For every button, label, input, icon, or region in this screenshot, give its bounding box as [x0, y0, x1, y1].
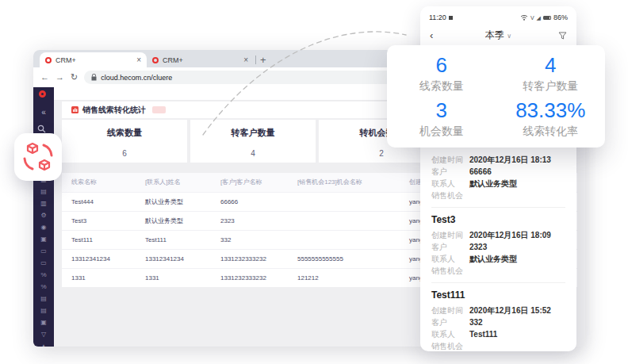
cell: 默认业务类型 [136, 211, 211, 230]
field-label: 销售机会 [431, 340, 469, 351]
sidebar-item-filter-icon[interactable]: ▽ [33, 331, 54, 339]
sidebar-item-document-icon[interactable]: ▥ [33, 200, 54, 208]
cell [288, 192, 400, 211]
field-label: 联系人 [431, 253, 469, 265]
page-title: 销售线索转化统计 [82, 105, 146, 116]
field-value: 默认业务类型 [469, 178, 517, 190]
field-label: 创建时间 [431, 229, 469, 241]
period-label: 本季 [485, 29, 504, 40]
field-label: 创建时间 [431, 305, 469, 316]
stat-card-value: 4 [190, 149, 316, 158]
sync-cubes-icon [20, 139, 56, 175]
sidebar-item-target-icon[interactable]: ◉ [33, 224, 54, 232]
stat-card-customers: 转客户数量 4 [190, 120, 316, 163]
col-header: 线索名称 [62, 173, 136, 192]
stat-value: 6 [387, 53, 496, 77]
sidebar-item-percent-icon[interactable]: % [33, 271, 54, 279]
cell: 5555555555555 [288, 249, 400, 268]
field-label: 客户 [431, 316, 469, 328]
sidebar-item-chat-icon[interactable]: ▭ [33, 247, 54, 255]
stat-value: 83.33% [496, 98, 606, 122]
forward-icon[interactable]: → [56, 73, 64, 82]
list-item[interactable]: Test111 创建时间2020年12月16日 15:52 客户332 联系人T… [431, 289, 565, 351]
back-icon[interactable]: ← [40, 73, 49, 82]
hecom-favicon [45, 57, 52, 63]
field-label: 客户 [431, 241, 469, 253]
browser-tab-2[interactable]: CRM+ × [147, 52, 254, 67]
field-value: 2020年12月16日 18:09 [469, 229, 551, 241]
list-item[interactable]: Test3 创建时间2020年12月16日 18:09 客户2323 联系人默认… [431, 214, 565, 283]
status-right-icons: V ◢ 86% [520, 13, 568, 21]
cell [288, 211, 400, 230]
tab-label: CRM+ [56, 56, 132, 64]
field-label: 联系人 [431, 178, 469, 190]
stat-label: 线索数量 [387, 77, 496, 94]
cell: 1331 [136, 268, 211, 287]
browser-tab-1[interactable]: CRM+ × [40, 52, 147, 67]
field-value: Test111 [469, 328, 497, 340]
status-app-icon [449, 16, 453, 20]
tab-close-icon[interactable]: × [243, 56, 248, 64]
hecom-favicon [152, 57, 159, 63]
battery-percent: 86% [553, 13, 568, 21]
sidebar-item-library2-icon[interactable]: ▤ [33, 307, 54, 315]
battery-icon [543, 16, 551, 20]
sidebar-item-chart-icon[interactable]: ▲ [33, 343, 54, 347]
app-sidebar: « ▦ ▤ ▥ ⚙ ◉ ▣ ▭ ▭ % % ▤ ▤ ▣ ▽ ▲ [33, 87, 54, 347]
field-label: 客户 [431, 166, 469, 178]
title-badge [152, 106, 166, 113]
sidebar-item-gear-icon[interactable]: ⚙ [33, 212, 54, 220]
cell: Test3 [62, 211, 136, 230]
collapse-sidebar-icon[interactable]: « [33, 108, 54, 117]
sidebar-item-library-icon[interactable]: ▤ [33, 295, 54, 303]
tab-close-icon[interactable]: × [136, 56, 141, 64]
cell: 332 [211, 230, 288, 249]
phone-lead-list: 创建时间2020年12月16日 18:13 客户66666 联系人默认业务类型 … [420, 149, 576, 351]
signal-icon: ◢ [537, 15, 541, 21]
col-header: [客户]客户名称 [211, 173, 288, 192]
phone-status-bar: 11:20 V ◢ 86% [420, 11, 576, 24]
new-tab-button[interactable]: + [260, 55, 266, 65]
field-label: 创建时间 [431, 154, 469, 166]
lead-title: Test3 [431, 214, 565, 225]
tab-label: CRM+ [163, 56, 239, 64]
refresh-icon[interactable]: ↻ [71, 73, 78, 82]
stat-label: 线索转化率 [496, 122, 606, 140]
cell [288, 230, 400, 249]
phone-nav-bar: ‹ 本季 ∨ [420, 25, 576, 46]
cell: Test111 [136, 230, 211, 249]
field-value: 66666 [469, 166, 492, 178]
stat-value: 3 [387, 98, 496, 122]
cell: 1331232333232 [211, 268, 288, 287]
tab-separator [255, 56, 256, 64]
stats-callout-card: 6 线索数量 4 转客户数量 3 机会数量 83.33% 线索转化率 [387, 45, 605, 148]
wifi-icon [520, 14, 528, 21]
list-item[interactable]: 创建时间2020年12月16日 18:13 客户66666 联系人默认业务类型 … [431, 154, 565, 208]
sync-app-badge [14, 133, 62, 181]
cell: 121212 [288, 268, 400, 287]
lock-icon [91, 74, 97, 81]
cell: 13312341234 [62, 249, 136, 268]
divider [431, 207, 565, 208]
stat-label: 机会数量 [387, 122, 496, 140]
stat-value: 4 [496, 53, 606, 77]
col-header: [联系人]姓名 [136, 173, 211, 192]
chevron-down-icon: ∨ [507, 33, 511, 40]
cell: 1331 [62, 268, 136, 287]
stat-card-leads: 线索数量 6 [62, 120, 187, 163]
field-value: 2020年12月16日 15:52 [469, 305, 551, 316]
cell: 13312341234 [136, 249, 211, 268]
vowifi-icon: V [530, 15, 534, 21]
stat-card-label: 线索数量 [62, 127, 187, 139]
sidebar-item-clipboard-icon[interactable]: ▤ [33, 188, 54, 196]
stat-customers: 4 转客户数量 [496, 53, 606, 98]
sidebar-item-chat2-icon[interactable]: ▭ [33, 259, 54, 267]
stat-conversion-rate: 83.33% 线索转化率 [496, 98, 606, 144]
sidebar-item-percent2-icon[interactable]: % [33, 283, 54, 291]
stat-opportunities: 3 机会数量 [387, 98, 496, 144]
period-dropdown[interactable]: 本季 ∨ [420, 29, 576, 42]
sidebar-item-image-icon[interactable]: ▣ [33, 319, 54, 327]
cell: Test444 [62, 192, 136, 211]
status-time: 11:20 [429, 13, 446, 21]
sidebar-item-badge-icon[interactable]: ▣ [33, 236, 54, 243]
